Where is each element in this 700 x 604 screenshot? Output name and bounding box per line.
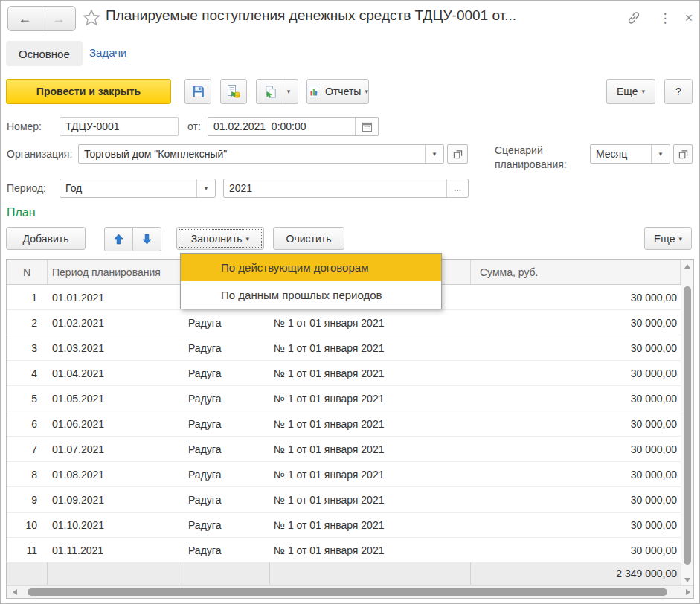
- help-button[interactable]: ?: [664, 79, 693, 104]
- fill-button[interactable]: Заполнить ▾: [176, 227, 264, 250]
- footer-cell: [7, 562, 48, 585]
- table-cell: 30 000,00: [471, 335, 681, 360]
- table-row[interactable]: 801.08.2021Радуга№ 1 от 01 января 202130…: [7, 462, 681, 487]
- create-based-on-button[interactable]: ▾: [256, 79, 298, 104]
- post-and-close-button[interactable]: Провести и закрыть: [6, 79, 171, 104]
- ellipsis-button[interactable]: ...: [446, 179, 468, 197]
- reports-button[interactable]: Отчеты ▾: [306, 79, 369, 104]
- table-cell: № 1 от 01 января 2021: [270, 513, 471, 537]
- number-input[interactable]: [60, 118, 178, 135]
- table-cell: 01.03.2021: [48, 335, 182, 360]
- table-cell: Радуга: [182, 386, 270, 411]
- table-body: 101.01.2021Радуга№ 1 от 01 января 202130…: [7, 285, 681, 563]
- table-cell: 30 000,00: [471, 487, 681, 512]
- table-row[interactable]: 501.05.2021Радуга№ 1 от 01 января 202130…: [7, 386, 681, 411]
- number-field[interactable]: [60, 117, 179, 136]
- organization-field[interactable]: Торговый дом "Комплексный" ▾: [78, 144, 444, 164]
- table-cell: 01.09.2021: [48, 487, 182, 512]
- report-chart-icon: [307, 85, 321, 98]
- tab-main[interactable]: Основное: [6, 41, 83, 66]
- table-cell: 30 000,00: [471, 462, 681, 486]
- copy-arrow-icon: [264, 85, 278, 99]
- chevron-down-icon[interactable]: ▾: [425, 145, 443, 163]
- table-cell: 01.08.2021: [48, 462, 182, 486]
- save-button[interactable]: [184, 79, 211, 104]
- page-title: Планируемые поступления денежных средств…: [106, 7, 619, 24]
- period-value-input[interactable]: [224, 179, 446, 197]
- move-down-button[interactable]: [133, 228, 161, 251]
- save-icon: [191, 85, 205, 99]
- table-cell: 30 000,00: [471, 310, 681, 335]
- calendar-icon[interactable]: [355, 118, 378, 135]
- clear-button[interactable]: Очистить: [273, 227, 344, 250]
- reports-label: Отчеты: [325, 86, 361, 97]
- period-value-field[interactable]: ...: [223, 179, 469, 198]
- chevron-down-icon[interactable]: ▾: [651, 145, 670, 163]
- scenario-label: Сценарий планирования:: [495, 144, 590, 172]
- date-field[interactable]: [208, 117, 379, 136]
- table-row[interactable]: 1101.11.2021Радуга№ 1 от 01 января 20213…: [7, 538, 681, 563]
- split-divider: [283, 80, 283, 103]
- chevron-down-icon: ▾: [365, 88, 368, 95]
- table-cell: 01.11.2021: [48, 538, 182, 562]
- table-row[interactable]: 201.02.2021Радуга№ 1 от 01 января 202130…: [7, 310, 681, 335]
- table-cell: № 1 от 01 января 2021: [270, 335, 471, 360]
- table-cell: 30 000,00: [471, 411, 681, 436]
- table-row[interactable]: 701.07.2021Радуга№ 1 от 01 января 202130…: [7, 437, 681, 462]
- scroll-right-icon[interactable]: [686, 589, 690, 595]
- horizontal-scrollbar[interactable]: [7, 585, 693, 598]
- more-actions-button[interactable]: Еще ▾: [606, 79, 655, 104]
- favorite-star-icon[interactable]: [82, 8, 101, 28]
- copy-link-icon[interactable]: [625, 9, 643, 27]
- back-button[interactable]: ←: [8, 7, 42, 30]
- add-row-button[interactable]: Добавить: [6, 227, 86, 250]
- table-cell: 5: [7, 386, 48, 411]
- scroll-left-icon[interactable]: [13, 589, 17, 595]
- table-cell: Радуга: [182, 462, 270, 486]
- table-row[interactable]: 1001.10.2021Радуга№ 1 от 01 января 20213…: [7, 513, 681, 538]
- scroll-up-icon[interactable]: [684, 264, 690, 269]
- organization-open-button[interactable]: [447, 144, 468, 164]
- tab-tasks[interactable]: Задачи: [89, 46, 126, 60]
- table-row[interactable]: 601.06.2021Радуга№ 1 от 01 января 202130…: [7, 411, 681, 437]
- column-header[interactable]: N: [7, 260, 48, 284]
- vertical-scrollbar[interactable]: [681, 260, 693, 587]
- post-document-button[interactable]: [220, 79, 247, 104]
- move-up-button[interactable]: [105, 228, 133, 251]
- table-cell: № 1 от 01 января 2021: [270, 437, 471, 461]
- footer-cell: [270, 562, 471, 585]
- table-row[interactable]: 901.09.2021Радуга№ 1 от 01 января 202130…: [7, 487, 681, 513]
- close-icon[interactable]: ×: [680, 9, 698, 27]
- column-header[interactable]: Сумма, руб.: [471, 260, 681, 284]
- table-cell: Радуга: [182, 310, 270, 335]
- date-input[interactable]: [208, 118, 355, 135]
- table-more-button[interactable]: Еще ▾: [644, 227, 692, 250]
- table-cell: 10: [7, 513, 48, 537]
- more-menu-icon[interactable]: ⋮: [656, 9, 674, 27]
- from-label: от:: [187, 121, 201, 132]
- chevron-down-icon[interactable]: ▾: [287, 88, 291, 95]
- scenario-open-button[interactable]: [673, 144, 693, 164]
- scroll-down-icon[interactable]: [684, 578, 690, 582]
- table-cell: 6: [7, 411, 48, 436]
- table-row[interactable]: 301.03.2021Радуга№ 1 от 01 января 202130…: [7, 335, 681, 361]
- column-header[interactable]: Период планирования: [48, 260, 182, 284]
- horizontal-scroll-thumb[interactable]: [28, 588, 667, 596]
- forward-button[interactable]: →: [42, 7, 76, 30]
- table-cell: № 1 от 01 января 2021: [270, 411, 471, 436]
- scenario-field[interactable]: Месяц ▾: [590, 144, 670, 164]
- menu-item[interactable]: По данным прошлых периодов: [181, 281, 441, 309]
- table-cell: 01.02.2021: [48, 310, 182, 335]
- table-row[interactable]: 401.04.2021Радуга№ 1 от 01 января 202130…: [7, 361, 681, 386]
- table-cell: Радуга: [182, 513, 270, 537]
- chevron-down-icon[interactable]: ▾: [196, 179, 215, 197]
- period-label: Период:: [7, 182, 46, 194]
- table-cell: 8: [7, 462, 48, 486]
- more-label: Еще: [654, 233, 675, 245]
- organization-value: Торговый дом "Комплексный": [79, 145, 425, 163]
- table-cell: № 1 от 01 января 2021: [270, 462, 471, 486]
- menu-item[interactable]: По действующим договорам: [181, 254, 441, 281]
- vertical-scroll-thumb[interactable]: [684, 286, 691, 565]
- table-cell: Радуга: [182, 538, 270, 562]
- period-type-field[interactable]: Год ▾: [60, 179, 216, 198]
